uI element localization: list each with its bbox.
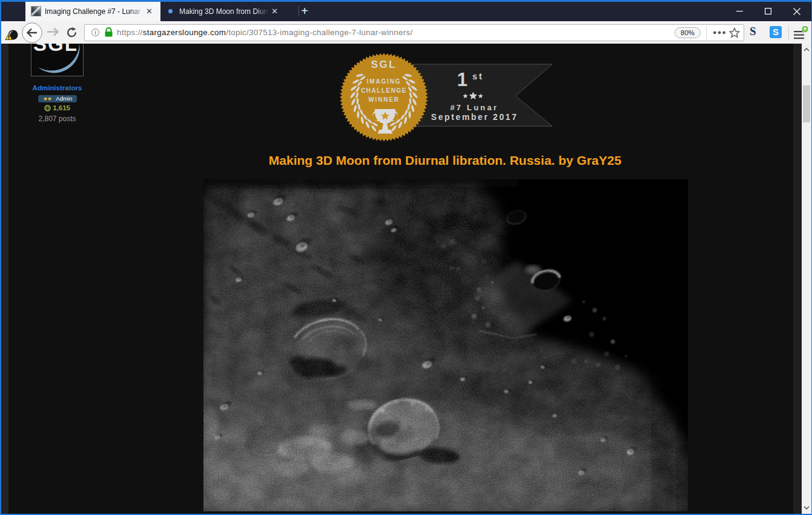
svg-text:1: 1	[457, 68, 467, 90]
svg-text:CHALLENGE: CHALLENGE	[361, 87, 407, 94]
svg-text:WINNER: WINNER	[368, 96, 399, 103]
svg-text:IMAGING: IMAGING	[366, 78, 401, 85]
svg-text:SGL: SGL	[371, 59, 396, 70]
svg-text:#7 Lunar: #7 Lunar	[450, 103, 498, 112]
svg-text:September 2017: September 2017	[431, 112, 518, 122]
svg-text:st: st	[472, 71, 484, 81]
